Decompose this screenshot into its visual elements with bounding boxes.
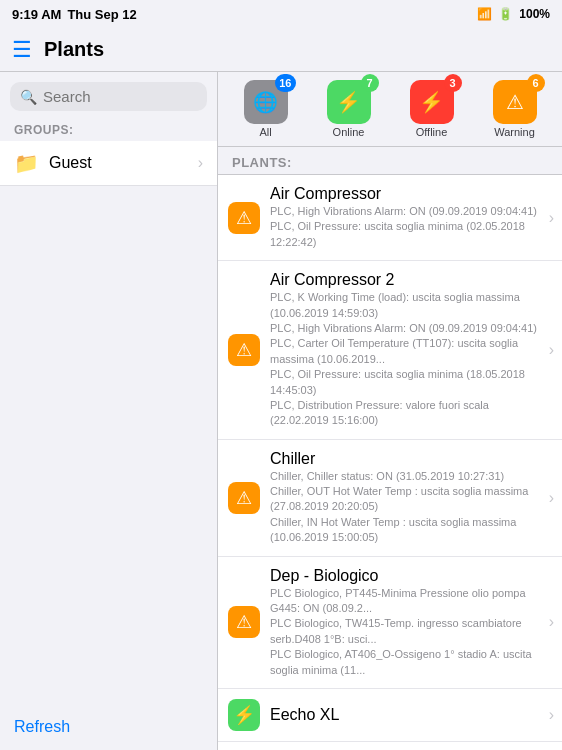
- header: ☰ Plants: [0, 28, 562, 72]
- all-badge: 16: [275, 74, 295, 92]
- filter-tab-offline[interactable]: ⚡ 3 Offline: [402, 80, 462, 138]
- plant-detail: PLC Biologico, PT445-Minima Pressione ol…: [270, 586, 545, 678]
- plant-name: Air Compressor: [270, 185, 545, 203]
- plant-item[interactable]: ⚡ Eecho XL ›: [218, 689, 562, 742]
- search-box[interactable]: 🔍: [10, 82, 207, 111]
- plant-detail: PLC, K Working Time (load): uscita sogli…: [270, 290, 545, 429]
- search-icon: 🔍: [20, 89, 37, 105]
- menu-button[interactable]: ☰: [12, 39, 32, 61]
- sidebar: 🔍 GROUPS: 📁 Guest › Refresh: [0, 72, 218, 750]
- plant-status-icon: ⚠: [228, 606, 260, 638]
- warning-icon: ⚠: [236, 487, 252, 509]
- filter-tab-all[interactable]: 🌐 16 All: [236, 80, 296, 138]
- filter-bar: 🌐 16 All ⚡ 7 Online ⚡ 3 Offline: [218, 72, 562, 147]
- status-bar: 9:19 AM Thu Sep 12 📶 🔋 100%: [0, 0, 562, 28]
- chevron-right-icon: ›: [549, 706, 554, 724]
- plant-info: Dep - Biologico PLC Biologico, PT445-Min…: [270, 567, 545, 678]
- battery-icon: 🔋: [498, 7, 513, 21]
- online-label: Online: [333, 126, 365, 138]
- groups-label: GROUPS:: [0, 117, 217, 141]
- plant-item[interactable]: ⚠ Dep - Biologico PLC Biologico, PT445-M…: [218, 557, 562, 689]
- plant-status-icon: ⚠: [228, 202, 260, 234]
- folder-icon: 📁: [14, 151, 39, 175]
- refresh-button[interactable]: Refresh: [0, 704, 217, 750]
- plant-status-icon: ⚠: [228, 334, 260, 366]
- header-title: Plants: [44, 38, 104, 61]
- plants-section-header: PLANTS:: [218, 147, 562, 175]
- main-layout: 🔍 GROUPS: 📁 Guest › Refresh 🌐 16 All ⚡: [0, 72, 562, 750]
- warning-icon: ⚠: [236, 611, 252, 633]
- warning-icon: ⚠: [236, 207, 252, 229]
- offline-badge: 3: [444, 74, 462, 92]
- plant-detail: Chiller, Chiller status: ON (31.05.2019 …: [270, 469, 545, 546]
- plant-name: Dep - Biologico: [270, 567, 545, 585]
- globe-icon: 🌐: [253, 90, 278, 114]
- wifi-icon: 📶: [477, 7, 492, 21]
- plant-name: Eecho XL: [270, 706, 545, 724]
- chevron-right-icon: ›: [549, 341, 554, 359]
- plant-info: Air Compressor 2 PLC, K Working Time (lo…: [270, 271, 545, 429]
- status-day-date: Thu Sep 12: [67, 7, 136, 22]
- status-time: 9:19 AM: [12, 7, 61, 22]
- plug-online-icon: ⚡: [336, 90, 361, 114]
- filter-tab-online[interactable]: ⚡ 7 Online: [319, 80, 379, 138]
- warning-icon-wrap: ⚠ 6: [493, 80, 537, 124]
- all-label: All: [259, 126, 271, 138]
- plant-item[interactable]: ⚠ Air Compressor 2 PLC, K Working Time (…: [218, 261, 562, 440]
- sidebar-item-guest[interactable]: 📁 Guest ›: [0, 141, 217, 186]
- plant-detail: PLC, High Vibrations Alarm: ON (09.09.20…: [270, 204, 545, 250]
- warning-icon: ⚠: [236, 339, 252, 361]
- plug-offline-icon: ⚡: [419, 90, 444, 114]
- chevron-right-icon: ›: [549, 489, 554, 507]
- search-input[interactable]: [43, 88, 197, 105]
- plant-name: Air Compressor 2: [270, 271, 545, 289]
- offline-label: Offline: [416, 126, 448, 138]
- warning-icon: ⚠: [506, 90, 524, 114]
- plug-icon: ⚡: [233, 704, 255, 726]
- online-badge: 7: [361, 74, 379, 92]
- plant-info: Chiller Chiller, Chiller status: ON (31.…: [270, 450, 545, 546]
- chevron-right-icon: ›: [549, 613, 554, 631]
- online-icon-wrap: ⚡ 7: [327, 80, 371, 124]
- offline-icon-wrap: ⚡ 3: [410, 80, 454, 124]
- plant-info: Eecho XL: [270, 706, 545, 724]
- plant-status-icon: ⚡: [228, 699, 260, 731]
- filter-tab-warning[interactable]: ⚠ 6 Warning: [485, 80, 545, 138]
- plant-info: Air Compressor PLC, High Vibrations Alar…: [270, 185, 545, 250]
- warning-badge: 6: [527, 74, 545, 92]
- plant-item[interactable]: ⚡ Energy Metering Last data: 04.09.2019 …: [218, 742, 562, 750]
- chevron-right-icon: ›: [198, 154, 203, 172]
- warning-label: Warning: [494, 126, 535, 138]
- plant-status-icon: ⚠: [228, 482, 260, 514]
- guest-label: Guest: [49, 154, 198, 172]
- plant-item[interactable]: ⚠ Chiller Chiller, Chiller status: ON (3…: [218, 440, 562, 557]
- chevron-right-icon: ›: [549, 209, 554, 227]
- plants-list: ⚠ Air Compressor PLC, High Vibrations Al…: [218, 175, 562, 750]
- battery-level: 100%: [519, 7, 550, 21]
- main-panel: 🌐 16 All ⚡ 7 Online ⚡ 3 Offline: [218, 72, 562, 750]
- plant-name: Chiller: [270, 450, 545, 468]
- plant-item[interactable]: ⚠ Air Compressor PLC, High Vibrations Al…: [218, 175, 562, 261]
- all-icon-wrap: 🌐 16: [244, 80, 288, 124]
